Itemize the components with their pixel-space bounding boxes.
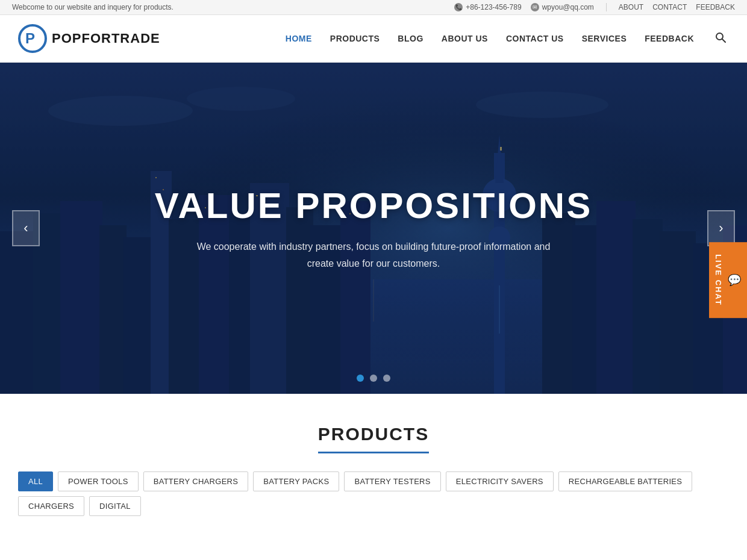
section-title-wrap: PRODUCTS (18, 424, 729, 453)
hero-next-button[interactable]: › (707, 210, 735, 246)
hero-dots (357, 375, 390, 382)
main-nav: HOME PRODUCTS BLOG ABOUT US CONTACT US S… (286, 29, 729, 48)
top-bar-links: ABOUT CONTACT FEEDBACK (619, 3, 735, 11)
topbar-about-link[interactable]: ABOUT (619, 3, 643, 11)
live-chat-button[interactable]: 💬 LIVE CHAT (709, 242, 747, 318)
divider (606, 3, 607, 11)
products-section-title: PRODUCTS (318, 424, 429, 453)
filter-chargers[interactable]: CHARGERS (18, 496, 84, 516)
filter-all[interactable]: ALL (18, 471, 53, 491)
nav-blog[interactable]: BLOG (398, 31, 423, 46)
email-icon: ✉ (531, 3, 539, 11)
hero-dot-2[interactable] (370, 375, 377, 382)
hero-slider: VALUE PROPOSITIONS We cooperate with ind… (0, 63, 747, 394)
svg-line-3 (722, 39, 725, 42)
logo[interactable]: P POPFORTRADE (18, 24, 160, 53)
product-filters: ALL POWER TOOLS BATTERY CHARGERS BATTERY… (18, 471, 729, 522)
filter-battery-testers[interactable]: BATTERY TESTERS (344, 471, 440, 491)
svg-text:P: P (25, 30, 35, 46)
email-contact: ✉ wpyou@qq.com (531, 3, 594, 11)
hero-title: VALUE PROPOSITIONS (155, 185, 592, 226)
products-section: PRODUCTS ALL POWER TOOLS BATTERY CHARGER… (0, 394, 747, 540)
hero-content: VALUE PROPOSITIONS We cooperate with ind… (0, 63, 747, 394)
email-address: wpyou@qq.com (542, 3, 594, 11)
filter-rechargeable-batteries[interactable]: RECHARGEABLE BATTERIES (558, 471, 692, 491)
topbar-feedback-link[interactable]: FEEDBACK (696, 3, 735, 11)
filter-battery-chargers[interactable]: BATTERY CHARGERS (143, 471, 249, 491)
nav-services[interactable]: SERVICES (582, 31, 627, 46)
logo-text: POPFORTRADE (52, 31, 160, 46)
header: P POPFORTRADE HOME PRODUCTS BLOG ABOUT U… (0, 15, 747, 63)
hero-dot-3[interactable] (383, 375, 390, 382)
live-chat-label: LIVE CHAT (714, 254, 723, 306)
filter-electricity-savers[interactable]: ELECTRICITY SAVERS (446, 471, 554, 491)
top-bar-right: 📞 +86-123-456-789 ✉ wpyou@qq.com ABOUT C… (454, 3, 735, 11)
top-bar: Webcome to our website and inquery for p… (0, 0, 747, 15)
nav-home[interactable]: HOME (286, 31, 312, 46)
search-icon (715, 32, 726, 43)
phone-number: +86-123-456-789 (466, 3, 521, 11)
nav-feedback[interactable]: FEEDBACK (645, 31, 694, 46)
hero-dot-1[interactable] (357, 375, 364, 382)
nav-search-button[interactable] (712, 29, 729, 48)
filter-battery-packs[interactable]: BATTERY PACKS (253, 471, 339, 491)
phone-icon: 📞 (454, 3, 463, 11)
nav-contact-us[interactable]: CONTACT US (506, 31, 564, 46)
welcome-text: Webcome to our website and inquery for p… (12, 3, 173, 11)
topbar-contact-link[interactable]: CONTACT (652, 3, 687, 11)
filter-power-tools[interactable]: POWER TOOLS (58, 471, 139, 491)
nav-about-us[interactable]: ABOUT US (442, 31, 488, 46)
live-chat-icon: 💬 (728, 273, 742, 287)
filter-digital[interactable]: DIGITAL (89, 496, 141, 516)
hero-subtitle: We cooperate with industry partners, foc… (193, 238, 554, 271)
nav-products[interactable]: PRODUCTS (330, 31, 380, 46)
logo-icon: P (18, 24, 47, 53)
hero-prev-button[interactable]: ‹ (12, 210, 40, 246)
phone-contact: 📞 +86-123-456-789 (454, 3, 521, 11)
